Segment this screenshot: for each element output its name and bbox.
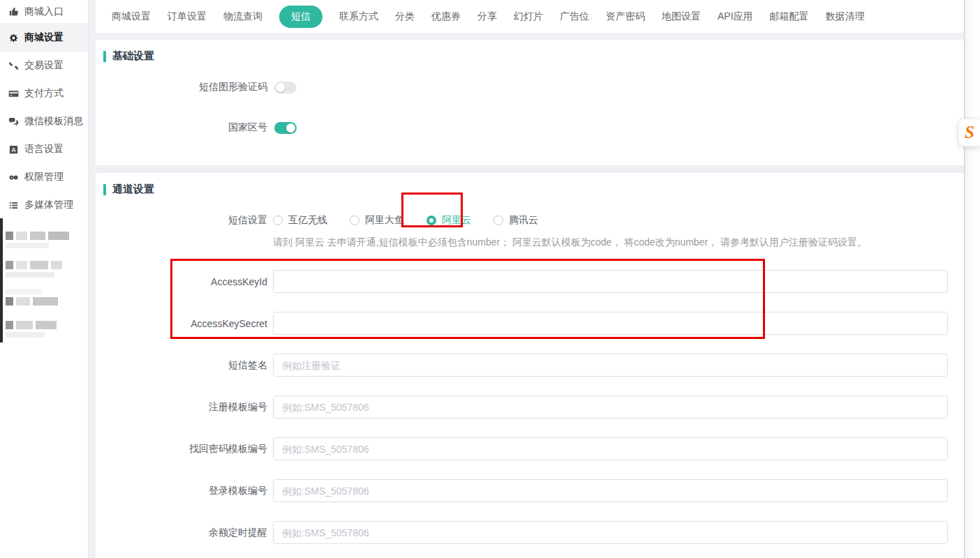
accesskeysecret-row: AccessKeySecret [96, 312, 964, 335]
register-template-label: 注册模板编号 [96, 401, 267, 414]
channel-settings-section: 通道设置 短信设置 互亿无线 阿里大鱼 阿里云 腾讯云 请到 阿里云 去申请开通… [96, 173, 964, 558]
tab-sms[interactable]: 短信 [279, 6, 322, 28]
sidebar: 商城入口 商城设置 交易设置 支付方式 微信模板消息 A 语言设置 权限管理 多… [0, 0, 89, 558]
basic-settings-section: 基础设置 短信图形验证码 国家区号 [96, 40, 964, 165]
list-icon [8, 200, 19, 211]
scrollbar[interactable] [964, 0, 980, 558]
register-template-field[interactable] [273, 395, 948, 418]
sidebar-scroll-indicator [0, 218, 3, 342]
radio-icon [273, 216, 283, 225]
blurred-menu-subline [6, 289, 42, 294]
radio-alidayu[interactable]: 阿里大鱼 [350, 214, 404, 227]
radio-label: 互亿无线 [288, 214, 327, 227]
tab-logistics[interactable]: 物流查询 [223, 10, 262, 23]
sidebar-item-label: 权限管理 [24, 171, 64, 183]
balance-reminder-label: 余额定时提醒 [96, 527, 267, 539]
blurred-menu-subline [6, 243, 49, 248]
blurred-menu-item[interactable] [6, 261, 84, 269]
sms-provider-label: 短信设置 [96, 214, 267, 227]
gear-icon [8, 33, 19, 43]
country-code-label: 国家区号 [96, 121, 267, 134]
sms-captcha-label: 短信图形验证码 [96, 81, 267, 93]
sidebar-item-language-settings[interactable]: A 语言设置 [0, 135, 88, 163]
sidebar-item-label: 商城设置 [24, 31, 64, 44]
accesskeyid-field[interactable] [273, 270, 948, 293]
accesskeysecret-field[interactable] [273, 312, 948, 335]
balance-reminder-field[interactable] [273, 521, 948, 544]
tab-asset-password[interactable]: 资产密码 [606, 10, 645, 23]
sms-sign-field[interactable] [273, 354, 948, 377]
tab-contact[interactable]: 联系方式 [339, 10, 378, 23]
mall-entrance-icon [8, 6, 19, 17]
tab-data-clean[interactable]: 数据清理 [826, 10, 865, 23]
comments-icon [8, 116, 19, 127]
section-title: 基础设置 [112, 50, 154, 63]
radio-icon-selected [426, 216, 436, 225]
register-template-row: 注册模板编号 [96, 395, 964, 418]
tab-map-settings[interactable]: 地图设置 [662, 10, 701, 23]
sidebar-item-label: 语言设置 [24, 143, 64, 156]
tab-mall-settings[interactable]: 商城设置 [112, 10, 151, 23]
accesskeyid-label: AccessKeyId [96, 276, 267, 287]
accesskeyid-row: AccessKeyId [96, 270, 964, 293]
radio-aliyun[interactable]: 阿里云 [426, 214, 471, 227]
sidebar-item-label: 商城入口 [24, 6, 64, 18]
blurred-menu-subline [6, 332, 45, 338]
s-logo-icon: S [965, 123, 974, 141]
trade-icon [8, 61, 19, 71]
sms-captcha-row: 短信图形验证码 [96, 81, 964, 93]
tab-order-settings[interactable]: 订单设置 [168, 10, 207, 23]
blurred-menu-item[interactable] [6, 232, 84, 240]
radio-label: 腾讯云 [509, 214, 538, 227]
tab-api[interactable]: API应用 [718, 10, 753, 23]
sms-sign-label: 短信签名 [96, 359, 267, 372]
permissions-icon [8, 172, 19, 183]
balance-reminder-row: 余额定时提醒 [96, 521, 964, 544]
country-code-row: 国家区号 [96, 121, 964, 134]
login-template-label: 登录模板编号 [96, 485, 267, 497]
login-template-field[interactable] [273, 479, 948, 502]
password-recovery-template-row: 找回密码模板编号 [96, 437, 964, 460]
radio-tencent[interactable]: 腾讯云 [493, 214, 538, 227]
sidebar-item-wechat-template[interactable]: 微信模板消息 [0, 107, 88, 135]
tab-coupon[interactable]: 优惠券 [431, 10, 461, 23]
tab-category[interactable]: 分类 [395, 10, 415, 23]
tab-slides[interactable]: 幻灯片 [514, 10, 543, 23]
aliyun-hint-text: 请到 阿里云 去申请开通,短信模板中必须包含number； 阿里云默认模板为co… [273, 236, 964, 249]
sidebar-item-label: 支付方式 [24, 87, 64, 100]
sidebar-item-permissions[interactable]: 权限管理 [0, 163, 88, 191]
tab-email-config[interactable]: 邮箱配置 [770, 10, 809, 23]
svg-text:A: A [11, 146, 15, 153]
password-recovery-template-field[interactable] [273, 437, 948, 460]
tab-ad-position[interactable]: 广告位 [560, 10, 589, 23]
sms-provider-row: 短信设置 互亿无线 阿里大鱼 阿里云 腾讯云 [96, 214, 964, 227]
sidebar-blurred-items [6, 232, 84, 338]
blurred-menu-item[interactable] [6, 297, 84, 306]
section-header: 基础设置 [96, 40, 964, 63]
tab-share[interactable]: 分享 [477, 10, 497, 23]
toggle-knob [276, 83, 285, 92]
sidebar-item-label: 微信模板消息 [24, 115, 83, 128]
sidebar-item-mall-entrance[interactable]: 商城入口 [0, 0, 88, 24]
section-header: 通道设置 [96, 173, 964, 196]
section-title: 通道设置 [112, 183, 154, 196]
sidebar-item-trade-settings[interactable]: 交易设置 [0, 52, 88, 80]
sidebar-item-mall-settings[interactable]: 商城设置 [0, 24, 88, 52]
sidebar-item-label: 交易设置 [24, 59, 64, 72]
radio-icon [493, 216, 503, 225]
credit-card-icon [8, 89, 19, 99]
accesskeysecret-label: AccessKeySecret [96, 318, 267, 329]
country-code-toggle[interactable] [274, 122, 297, 134]
sms-captcha-toggle[interactable] [274, 82, 297, 93]
sidebar-item-label: 多媒体管理 [24, 199, 73, 211]
sidebar-item-payment-methods[interactable]: 支付方式 [0, 80, 88, 107]
radio-label: 阿里云 [442, 214, 471, 227]
sidebar-item-multimedia[interactable]: 多媒体管理 [0, 191, 88, 219]
radio-icon [350, 216, 359, 225]
floating-chat-widget[interactable]: S [958, 119, 980, 146]
blurred-menu-item[interactable] [6, 321, 84, 329]
sms-sign-row: 短信签名 [96, 354, 964, 377]
language-icon: A [8, 144, 19, 155]
radio-huyi[interactable]: 互亿无线 [273, 214, 327, 227]
radio-label: 阿里大鱼 [365, 214, 404, 227]
